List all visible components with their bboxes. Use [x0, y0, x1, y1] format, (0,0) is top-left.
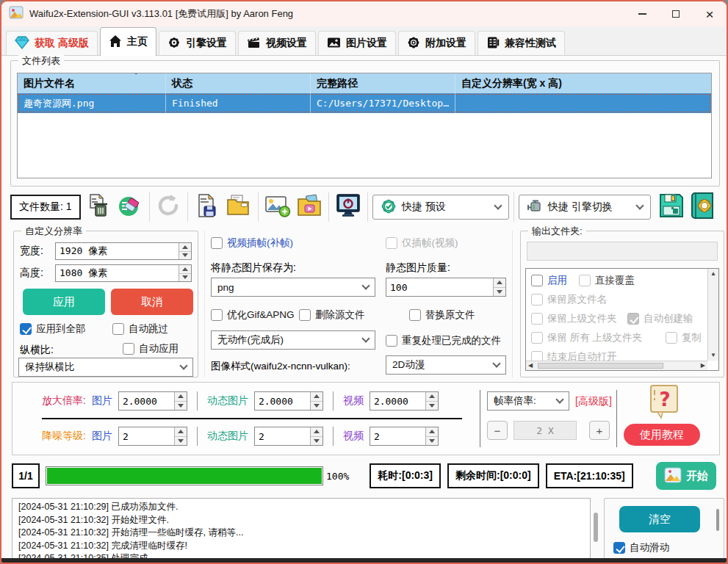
spin-up-button[interactable] — [179, 265, 191, 274]
aspect-ratio-select[interactable]: 保持纵横比 — [18, 358, 193, 377]
column-header-path[interactable]: 完整路径 — [311, 73, 455, 93]
denoise-image-value[interactable]: 2 — [119, 427, 174, 445]
tutorial-button[interactable]: 使用教程 — [624, 424, 700, 446]
keep-parent-folder-checkbox[interactable]: 保留上级文件夹 — [531, 312, 617, 325]
denoise-video-value[interactable]: 2 — [370, 427, 425, 445]
spin-up-button[interactable] — [311, 392, 322, 402]
remove-file-button[interactable] — [84, 192, 113, 223]
auto-scroll-checkbox[interactable]: 自动滑动 — [613, 541, 669, 554]
post-action-select[interactable]: 无动作(完成后) — [211, 330, 375, 350]
vertical-scrollbar[interactable]: ▲ ▼ — [707, 269, 718, 361]
height-value[interactable]: 1080 像素 — [56, 265, 179, 281]
column-header-status[interactable]: 状态 — [166, 73, 311, 93]
save-settings-button[interactable] — [657, 192, 686, 223]
delete-source-checkbox[interactable]: 删除源文件 — [299, 308, 365, 322]
scroll-left-icon[interactable]: ◀ — [526, 363, 533, 369]
spin-up-button[interactable] — [175, 392, 187, 402]
shutdown-option-button[interactable] — [334, 192, 363, 223]
scrollbar-thumb[interactable] — [538, 363, 663, 369]
save-file-list-button[interactable] — [192, 192, 222, 223]
settings-manual-button[interactable] — [688, 192, 718, 223]
replace-original-checkbox[interactable]: 替换原文件 — [409, 308, 475, 322]
log-scrollbar-thumb[interactable] — [594, 513, 598, 542]
quick-engine-dropdown[interactable]: 快捷 引擎切换 — [519, 195, 651, 220]
column-header-filename[interactable]: 图片文件名 ˇ — [18, 73, 166, 93]
auto-skip-checkbox[interactable]: 自动跳过 — [112, 322, 168, 336]
auto-create-output-checkbox[interactable]: 自动创建输 — [627, 312, 693, 325]
auto-apply-checkbox[interactable]: 自动应用 — [123, 342, 179, 355]
spin-down-button[interactable] — [311, 402, 322, 411]
tab-home[interactable]: 主页 — [100, 27, 156, 56]
spin-down-button[interactable] — [175, 437, 187, 446]
keep-filename-checkbox[interactable]: 保留原文件名 — [531, 293, 607, 306]
spin-up-button[interactable] — [311, 427, 322, 437]
spin-down-button[interactable] — [175, 402, 187, 411]
maximize-button[interactable] — [659, 1, 693, 26]
tab-engine-settings[interactable]: 引擎设置 — [159, 31, 236, 55]
tab-get-premium[interactable]: 获取 高级版 — [6, 31, 98, 55]
tab-extra-settings[interactable]: 附加设置 — [398, 31, 475, 55]
overwrite-checkbox[interactable]: 直接覆盖 — [579, 274, 635, 287]
image-style-select[interactable]: 2D动漫 — [386, 355, 506, 375]
output-enable-checkbox[interactable]: 启用 — [531, 274, 567, 287]
framerate-multiplier-select[interactable]: 帧率倍率: — [487, 391, 569, 411]
scale-image-value[interactable]: 2.0000 — [119, 392, 174, 410]
spin-down-button[interactable] — [494, 288, 505, 297]
spin-up-button[interactable] — [175, 427, 187, 437]
close-button[interactable]: × — [693, 1, 727, 26]
framerate-plus-button[interactable]: + — [589, 421, 610, 440]
add-image-button[interactable] — [263, 192, 292, 223]
spin-down-button[interactable] — [179, 274, 191, 282]
column-header-resolution[interactable]: 自定义分辨率(宽 x 高) — [455, 73, 605, 93]
load-file-list-button[interactable] — [225, 192, 254, 223]
spin-down-button[interactable] — [426, 402, 438, 411]
scale-gif-value[interactable]: 2.0000 — [255, 392, 310, 410]
side-scrollbar-thumb[interactable] — [716, 509, 719, 531]
horizontal-scrollbar[interactable]: ◀ ▶ — [526, 361, 707, 370]
minimize-button[interactable] — [625, 1, 659, 26]
apply-resolution-button[interactable]: 应用 — [23, 289, 105, 315]
clear-log-button[interactable]: 清空 — [619, 506, 700, 532]
spin-up-button[interactable] — [179, 243, 191, 252]
keep-all-parent-folders-checkbox[interactable]: 保留 所有 上级文件夹 — [531, 331, 642, 344]
refresh-button[interactable] — [154, 192, 184, 223]
add-media-folder-button[interactable] — [295, 192, 325, 223]
file-table-row[interactable]: 趣奇资源网.png Finished C:/Users/17371/Deskto… — [18, 93, 711, 113]
tab-video-settings[interactable]: 视频设置 — [238, 31, 316, 55]
scale-video-value[interactable]: 2.0000 — [370, 392, 425, 410]
tab-image-settings[interactable]: 图片设置 — [318, 31, 396, 55]
checkbox-icon — [123, 343, 134, 355]
quick-preset-dropdown[interactable]: 快捷 预设 — [372, 195, 509, 220]
spin-down-button[interactable] — [179, 252, 191, 260]
output-path-input[interactable] — [527, 242, 718, 261]
spin-down-button[interactable] — [311, 437, 322, 446]
scroll-up-icon[interactable]: ▲ — [710, 269, 716, 277]
optimize-gif-checkbox[interactable]: 优化Gif&APNG — [211, 308, 295, 322]
minimize-icon — [638, 13, 646, 15]
log-output[interactable]: [2024-05-31 21:10:29] 已成功添加文件. [2024-05-… — [12, 498, 591, 560]
interpolation-only-checkbox[interactable]: 仅插帧(视频) — [386, 236, 458, 250]
quality-spinner: 100 — [386, 278, 506, 297]
clear-list-button[interactable] — [115, 192, 145, 223]
save-format-select[interactable]: png — [211, 278, 375, 297]
apply-to-all-checkbox[interactable]: 应用到全部 — [20, 322, 86, 336]
width-spinner-arrows — [179, 243, 191, 259]
reprocess-finished-checkbox[interactable]: 重复处理已完成的文件 — [386, 334, 501, 347]
scroll-right-icon[interactable]: ▶ — [701, 363, 707, 369]
cancel-resolution-button[interactable]: 取消 — [111, 289, 193, 315]
scroll-down-icon[interactable]: ▼ — [710, 352, 716, 361]
start-button[interactable]: 开始 — [656, 462, 716, 490]
spin-up-button[interactable] — [426, 392, 438, 402]
checkbox-icon — [531, 313, 543, 325]
spin-up-button[interactable] — [494, 278, 505, 288]
framerate-minus-button[interactable]: − — [487, 421, 508, 440]
tab-compatibility-test[interactable]: 兼容性测试 — [477, 31, 565, 55]
file-count-box: 文件数量: 1 — [10, 195, 81, 220]
spin-down-button[interactable] — [426, 437, 438, 446]
video-interpolation-checkbox[interactable]: 视频插帧(补帧) — [211, 236, 293, 250]
denoise-gif-value[interactable]: 2 — [255, 427, 310, 445]
width-value[interactable]: 1920 像素 — [56, 243, 179, 259]
quality-value[interactable]: 100 — [386, 278, 493, 296]
copy-checkbox[interactable]: 复制 — [666, 331, 701, 344]
spin-up-button[interactable] — [426, 427, 438, 437]
